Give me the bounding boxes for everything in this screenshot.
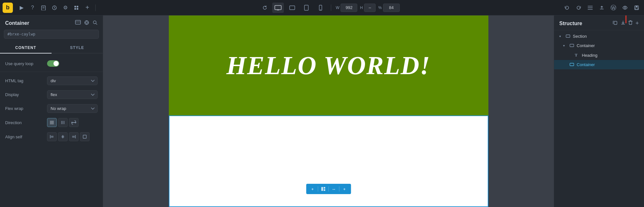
svg-rect-46 [323,189,325,191]
flex-wrap-select[interactable]: No wrap Wrap Wrap reverse [47,104,98,113]
use-query-loop-label: Use query loop [5,61,47,66]
settings-tool[interactable]: ⚙ [61,3,70,13]
svg-point-17 [624,7,626,8]
more-options-btn[interactable]: + [341,185,348,193]
svg-rect-40 [62,136,64,138]
svg-rect-44 [321,187,323,191]
tree-container-2[interactable]: ▾ Container [554,60,644,69]
svg-rect-21 [75,20,81,24]
svg-rect-8 [275,5,281,10]
panel-search-icon[interactable] [92,20,98,26]
toolbar-sep-1 [95,5,96,11]
flex-wrap-control: No wrap Wrap Wrap reverse [47,104,98,113]
heading-label: Heading [582,53,597,58]
svg-rect-38 [51,136,53,138]
container1-icon [570,44,575,48]
help-tool[interactable]: ? [28,3,37,13]
resize-handle-btn[interactable]: ↔ [330,185,338,193]
html-tag-select[interactable]: div section article header footer [47,76,98,85]
reload-btn[interactable] [260,3,270,13]
save-btn[interactable] [632,3,641,13]
device-tablet-landscape[interactable] [286,3,298,13]
heading-icon: T [575,53,580,58]
zoom-label: % [378,5,382,10]
svg-rect-45 [323,187,325,189]
tree-heading[interactable]: ▾ T Heading [554,50,644,60]
align-self-row: Align self [0,130,103,144]
pages-tool[interactable] [39,3,48,13]
copy-icon[interactable] [613,20,618,27]
align-self-control [47,132,98,141]
svg-rect-6 [74,8,76,10]
element-id-input[interactable] [4,30,99,39]
panel-header-icons [75,20,98,26]
zoom-input[interactable] [383,4,400,12]
dir-row-btn[interactable] [47,118,57,127]
device-tablet-portrait[interactable] [301,3,312,13]
layout-select-btn[interactable] [319,185,327,193]
section-chevron: ▾ [559,34,564,38]
upload-btn[interactable] [597,3,607,13]
svg-rect-50 [566,35,570,37]
tree-section[interactable]: ▾ Section [554,32,644,41]
components-tool[interactable] [72,3,81,13]
direction-row: Direction [0,115,103,130]
bar-divider-3 [339,186,339,192]
width-input[interactable] [341,4,357,12]
add-structure-icon[interactable]: + [635,20,639,27]
svg-rect-11 [304,5,308,10]
brand-logo[interactable]: b [3,3,13,13]
align-self-end-btn[interactable] [69,132,79,141]
html-tag-control: div section article header footer [47,76,98,85]
width-label: W [336,5,339,10]
height-input[interactable] [364,4,376,12]
tab-style[interactable]: STYLE [52,43,103,53]
redo-btn[interactable] [574,3,583,13]
tab-content[interactable]: CONTENT [0,43,52,54]
canvas-container-selected[interactable]: + ↔ + [169,115,488,207]
hamburger-btn[interactable] [585,3,595,13]
panel-target-icon[interactable] [84,20,89,26]
dir-reverse-btn[interactable] [69,118,79,127]
bar-divider-1 [318,186,318,192]
use-query-loop-control [47,60,98,67]
container2-label: Container [577,62,595,67]
undo-btn[interactable] [562,3,572,13]
direction-control [47,118,98,127]
direction-label: Direction [5,120,47,125]
canvas-section[interactable]: Hello World! [169,15,488,115]
right-panel-header: Structure [554,15,644,30]
svg-rect-5 [77,6,78,7]
add-tool[interactable]: + [82,3,92,13]
preview-btn[interactable] [620,3,630,13]
align-self-stretch-btn[interactable] [80,132,90,141]
align-self-start-btn[interactable] [47,132,57,141]
history-tool[interactable] [50,3,59,13]
svg-rect-43 [83,135,86,138]
svg-line-30 [96,24,97,25]
display-select[interactable]: flex block grid none [47,90,98,99]
svg-rect-52 [570,63,574,66]
add-element-btn[interactable]: + [309,185,316,193]
container1-chevron: ▾ [563,44,568,47]
html-tag-row: HTML tag div section article header foot… [0,74,103,88]
svg-rect-19 [636,6,638,7]
download-icon[interactable] [620,20,626,27]
cursor-tool[interactable]: ▶ [17,3,26,13]
dir-col-btn[interactable] [58,118,68,127]
svg-rect-4 [74,6,76,7]
panel-layout-icon[interactable] [75,20,81,26]
device-mobile[interactable] [315,3,326,13]
svg-rect-10 [290,6,295,10]
delete-icon[interactable] [628,20,633,27]
device-desktop[interactable] [272,3,284,13]
right-panel-title: Structure [559,21,582,26]
tree-container-1[interactable]: ▾ Container [554,41,644,50]
wordpress-btn[interactable]: Ⓦ [609,3,618,13]
html-tag-label: HTML tag [5,78,47,83]
divider-1 [0,72,103,72]
use-query-loop-toggle[interactable] [47,60,59,67]
align-self-center-btn[interactable] [58,132,68,141]
svg-point-24 [86,22,88,24]
right-panel: Structure [554,15,644,207]
